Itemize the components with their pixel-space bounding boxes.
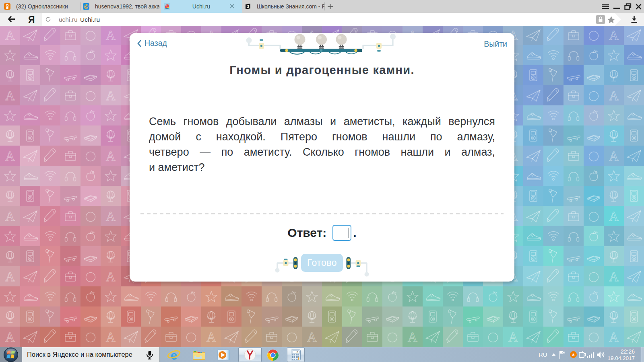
svg-text:0: 0 <box>297 351 298 354</box>
svg-text:a: a <box>572 352 575 357</box>
svg-text:@: @ <box>84 4 89 9</box>
svg-text:З: З <box>247 4 249 9</box>
